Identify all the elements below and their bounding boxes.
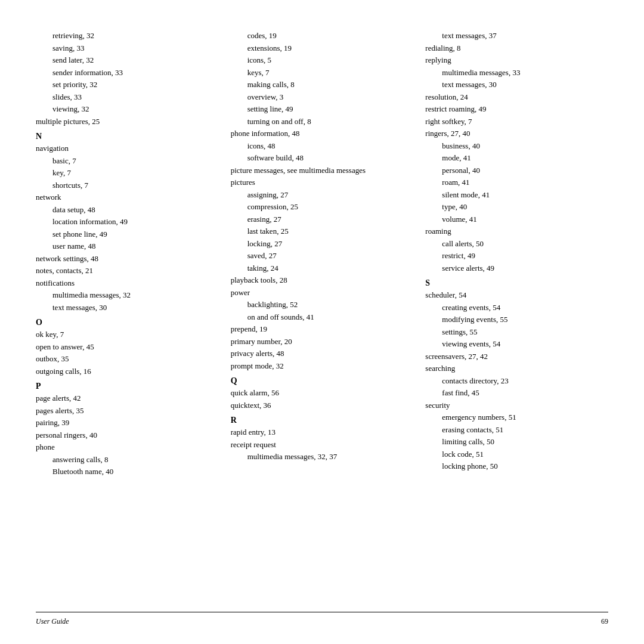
- index-entry-col3-29: fast find, 45: [425, 387, 608, 399]
- index-entry-col2-22: backlighting, 52: [231, 299, 414, 311]
- index-entry-col3-14: type, 40: [425, 201, 608, 213]
- index-entry-col2-33: receipt request: [231, 439, 414, 451]
- index-entry-col2-15: erasing, 27: [231, 213, 414, 225]
- index-entry-col1-15: location information, 49: [36, 216, 219, 228]
- index-entry-col1-9: navigation: [36, 143, 219, 154]
- index-entry-col3-6: restrict roaming, 49: [425, 103, 608, 115]
- index-entry-col2-1: extensions, 19: [231, 42, 414, 54]
- index-entry-col2-34: multimedia messages, 32, 37: [231, 451, 414, 463]
- index-entry-col2-21: power: [231, 287, 414, 299]
- index-entry-col2-10: software build, 48: [231, 152, 414, 164]
- index-entry-col3-33: limiting calls, 50: [425, 436, 608, 448]
- index-entry-col2-31: R: [231, 416, 414, 425]
- index-entry-col2-30: quicktext, 36: [231, 400, 414, 411]
- index-entry-col3-17: call alerts, 50: [425, 238, 608, 250]
- index-entry-col1-5: slides, 33: [36, 91, 219, 103]
- index-entry-col1-3: sender information, 33: [36, 67, 219, 79]
- index-entry-col1-30: pages alerts, 35: [36, 405, 219, 417]
- column-col3: text messages, 37redialing, 8replyingmul…: [425, 30, 608, 578]
- index-entry-col3-27: searching: [425, 363, 608, 374]
- index-entry-col2-25: primary number, 20: [231, 336, 414, 348]
- index-entry-col3-34: lock code, 51: [425, 448, 608, 460]
- index-entry-col3-2: replying: [425, 54, 608, 66]
- index-entry-col3-24: settings, 55: [425, 326, 608, 338]
- index-entry-col1-17: user name, 48: [36, 240, 219, 252]
- index-entry-col1-7: multiple pictures, 25: [36, 116, 219, 128]
- index-entry-col3-4: text messages, 30: [425, 79, 608, 91]
- index-entry-col3-20: S: [425, 278, 608, 288]
- index-entry-col2-12: pictures: [231, 177, 414, 188]
- index-entry-col3-28: contacts directory, 23: [425, 375, 608, 387]
- index-entry-col3-30: security: [425, 400, 608, 411]
- index-entry-col1-34: answering calls, 8: [36, 454, 219, 466]
- index-entry-col2-28: Q: [231, 376, 414, 386]
- index-entry-col2-11: picture messages, see multimedia message…: [231, 165, 414, 177]
- index-entry-col2-7: turning on and off, 8: [231, 116, 414, 128]
- index-entry-col2-24: prepend, 19: [231, 323, 414, 335]
- footer-page-number: 69: [601, 617, 608, 626]
- index-entry-col3-25: viewing events, 54: [425, 338, 608, 350]
- index-entry-col1-2: send later, 32: [36, 54, 219, 66]
- index-entry-col2-20: playback tools, 28: [231, 274, 414, 286]
- index-entry-col1-0: retrieving, 32: [36, 30, 219, 42]
- index-entry-col3-3: multimedia messages, 33: [425, 67, 608, 79]
- index-entry-col1-4: set priority, 32: [36, 79, 219, 91]
- index-entry-col2-16: last taken, 25: [231, 225, 414, 237]
- index-entry-col1-19: notes, contacts, 21: [36, 265, 219, 277]
- index-entry-col2-17: locking, 27: [231, 238, 414, 250]
- index-entry-col3-8: ringers, 27, 40: [425, 128, 608, 140]
- index-entry-col1-31: pairing, 39: [36, 417, 219, 429]
- index-entry-col1-28: P: [36, 382, 219, 391]
- index-entry-col3-26: screensavers, 27, 42: [425, 351, 608, 363]
- index-entry-col3-19: service alerts, 49: [425, 262, 608, 274]
- index-entry-col1-16: set phone line, 49: [36, 228, 219, 240]
- footer: User Guide 69: [36, 612, 608, 626]
- index-entry-col2-23: on and off sounds, 41: [231, 311, 414, 323]
- index-entry-col2-5: overview, 3: [231, 91, 414, 103]
- index-entry-col3-31: emergency numbers, 51: [425, 411, 608, 423]
- index-entry-col2-27: prompt mode, 32: [231, 360, 414, 372]
- page-container: retrieving, 32saving, 33send later, 32se…: [0, 0, 644, 644]
- index-entry-col3-9: business, 40: [425, 140, 608, 152]
- index-entry-col1-11: key, 7: [36, 167, 219, 179]
- index-entry-col3-21: scheduler, 54: [425, 289, 608, 301]
- index-entry-col2-0: codes, 19: [231, 30, 414, 42]
- index-entry-col3-18: restrict, 49: [425, 250, 608, 262]
- index-entry-col1-23: O: [36, 318, 219, 327]
- index-entry-col1-1: saving, 33: [36, 42, 219, 54]
- index-entry-col2-6: setting line, 49: [231, 103, 414, 115]
- index-entry-col3-10: mode, 41: [425, 152, 608, 164]
- footer-left-label: User Guide: [36, 617, 69, 626]
- index-entry-col1-26: outbox, 35: [36, 353, 219, 365]
- index-entry-col2-29: quick alarm, 56: [231, 387, 414, 399]
- index-entry-col2-4: making calls, 8: [231, 79, 414, 91]
- index-entry-col2-13: assigning, 27: [231, 189, 414, 201]
- index-entry-col3-32: erasing contacts, 51: [425, 424, 608, 436]
- index-entry-col1-27: outgoing calls, 16: [36, 366, 219, 377]
- index-entry-col3-0: text messages, 37: [425, 30, 608, 42]
- index-entry-col1-32: personal ringers, 40: [36, 429, 219, 441]
- index-entry-col1-35: Bluetooth name, 40: [36, 466, 219, 478]
- index-entry-col2-8: phone information, 48: [231, 128, 414, 140]
- index-entry-col3-1: redialing, 8: [425, 42, 608, 54]
- index-entry-col1-10: basic, 7: [36, 155, 219, 167]
- index-entry-col1-22: text messages, 30: [36, 302, 219, 314]
- index-entry-col3-16: roaming: [425, 225, 608, 237]
- index-entry-col2-32: rapid entry, 13: [231, 426, 414, 438]
- index-entry-col2-14: compression, 25: [231, 201, 414, 213]
- index-entry-col2-18: saved, 27: [231, 250, 414, 262]
- index-entry-col2-9: icons, 48: [231, 140, 414, 152]
- index-entry-col2-2: icons, 5: [231, 54, 414, 66]
- index-entry-col1-13: network: [36, 191, 219, 203]
- index-entry-col3-22: creating events, 54: [425, 302, 608, 314]
- index-entry-col2-3: keys, 7: [231, 67, 414, 79]
- content-area: retrieving, 32saving, 33send later, 32se…: [36, 30, 608, 578]
- column-col2: codes, 19extensions, 19icons, 5keys, 7ma…: [231, 30, 426, 578]
- index-entry-col1-14: data setup, 48: [36, 204, 219, 216]
- index-entry-col2-26: privacy alerts, 48: [231, 348, 414, 360]
- index-entry-col3-11: personal, 40: [425, 165, 608, 177]
- index-entry-col1-8: N: [36, 132, 219, 141]
- index-entry-col1-25: open to answer, 45: [36, 341, 219, 353]
- index-entry-col1-21: multimedia messages, 32: [36, 289, 219, 301]
- index-entry-col2-19: taking, 24: [231, 262, 414, 274]
